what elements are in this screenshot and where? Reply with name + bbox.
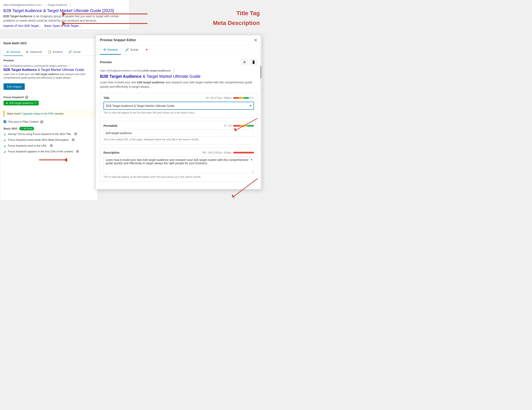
advanced-icon: 🖥 bbox=[26, 50, 29, 53]
meta-description-label: Meta Description bbox=[213, 20, 260, 26]
seo-check-3: ✔ Focus Keyword used in the URL. ? bbox=[4, 144, 94, 148]
serp-sitelinks: Aspects of Your B2B Target... Basic Type… bbox=[3, 24, 125, 28]
seo-check-help-2[interactable]: ? bbox=[72, 138, 75, 141]
tab-schema[interactable]: 📋 Schema bbox=[45, 48, 66, 56]
title-field-hint: This is what will appear in the first li… bbox=[104, 111, 254, 115]
modal-tabs: ⚙ General 🔗 Social ♥ bbox=[96, 45, 262, 55]
fk-tag-remove[interactable]: ✕ bbox=[35, 101, 37, 104]
title-field-header: Title 50 / 60 (471px / 580px) bbox=[104, 96, 254, 100]
description-field-hint: This is what will appear as the descript… bbox=[104, 175, 254, 179]
title-input[interactable] bbox=[104, 102, 248, 109]
modal-tab-general[interactable]: ⚙ General bbox=[100, 45, 121, 55]
pb-gray-1 bbox=[249, 97, 254, 99]
pb-yellow-1 bbox=[241, 97, 244, 99]
device-icon-group: 🖥 📱 bbox=[241, 59, 257, 65]
preview-title-rest: & Target Market Ultimate Guide bbox=[38, 68, 84, 71]
modal-title-rest: & Target Market Ultimate Guide bbox=[143, 74, 201, 78]
description-dropdown-arrow[interactable]: ▾ bbox=[251, 158, 252, 161]
permalink-input[interactable] bbox=[104, 130, 254, 137]
seo-check-text-1: Hurray! You're using Focus Keyword in th… bbox=[8, 132, 72, 136]
rm-preview-desc: Learn how to build your own b2b target a… bbox=[4, 73, 94, 80]
upgrade-box: Want more? Upgrade today to the PRO vers… bbox=[4, 110, 94, 117]
check-icon-1: ✔ bbox=[4, 133, 6, 137]
description-counter-text: 190 / 160 (1181px / 920px) bbox=[202, 151, 231, 154]
heart-icon: ♥ bbox=[146, 48, 148, 52]
serp-description: B2B Target Audience is an imaginary grou… bbox=[3, 14, 125, 23]
tab-social-label: Social bbox=[73, 50, 80, 53]
description-progress-bar bbox=[233, 152, 254, 153]
seo-check-2: ✔ Focus Keyword used inside SEO Meta Des… bbox=[4, 138, 94, 142]
pillar-content-checkbox[interactable] bbox=[4, 120, 6, 123]
modal-tab-heart[interactable]: ♥ bbox=[142, 45, 151, 55]
description-textarea[interactable]: Learn how to build your own b2b target a… bbox=[104, 156, 254, 173]
upgrade-link[interactable]: Upgrade today to the PRO bbox=[22, 112, 54, 115]
serp-sitelink-2[interactable]: Basic Types of B2B Target... bbox=[45, 24, 81, 28]
modal-close-button[interactable]: ✕ bbox=[254, 38, 257, 42]
serp-url-dots[interactable]: ⋮ bbox=[69, 2, 72, 7]
title-input-wrapper: ▾ bbox=[104, 102, 254, 110]
pillar-content-row: This post is Pillar Content ? bbox=[0, 119, 97, 125]
permalink-counter-text: 57 / 75 bbox=[224, 124, 231, 127]
social-icon: 🔗 bbox=[68, 50, 72, 53]
pb-green-1 bbox=[244, 97, 249, 99]
tab-schema-label: Schema bbox=[53, 50, 63, 53]
pillar-content-label: This post is Pillar Content bbox=[8, 120, 38, 123]
modal-title: Preview Snippet Editor bbox=[100, 38, 136, 42]
tab-advanced[interactable]: 🖥 Advanced bbox=[23, 48, 45, 56]
basic-seo-header: Basic SEO ✓ All Good bbox=[4, 127, 94, 130]
description-field-header: Description 190 / 160 (1181px / 920px) bbox=[104, 151, 254, 154]
modal-serp-title: B2B Target Audience & Target Market Ulti… bbox=[100, 74, 257, 79]
basic-seo-label: Basic SEO bbox=[4, 127, 17, 130]
pillar-help[interactable]: ? bbox=[40, 120, 43, 124]
modal-body: Preview 🖥 📱 https://b2bdigitalmarketers.… bbox=[96, 55, 262, 189]
pb-orange-1 bbox=[238, 97, 241, 99]
seo-check-help-3[interactable]: ? bbox=[50, 144, 53, 147]
modal-scrollbar[interactable] bbox=[260, 35, 262, 189]
pb-red-1 bbox=[233, 97, 238, 99]
title-progress-bar bbox=[233, 97, 254, 99]
pb-all-red-3 bbox=[244, 152, 249, 153]
serp-title-link[interactable]: B2B Target Audience & Target Market Ulti… bbox=[3, 8, 125, 13]
seo-check-text-3: Focus Keyword used in the URL. bbox=[8, 144, 48, 147]
seo-check-help-1[interactable]: ? bbox=[74, 132, 77, 135]
modal-tab-social[interactable]: 🔗 Social bbox=[122, 45, 142, 55]
description-field-section: Description 190 / 160 (1181px / 920px) L… bbox=[100, 148, 257, 182]
mobile-device-button[interactable]: 📱 bbox=[250, 59, 257, 65]
rm-preview-url-bold: b2b-target-audience/ bbox=[44, 64, 67, 67]
serp-url: https://b2bdigitalmarketers.com › ... › … bbox=[3, 2, 125, 7]
fk-tag-text: b2b target audience bbox=[9, 101, 33, 105]
star-icon: ★ bbox=[6, 101, 8, 105]
modal-preview-header: Preview 🖥 📱 bbox=[100, 59, 257, 65]
serp-sitelink-1[interactable]: Aspects of Your B2B Target... bbox=[3, 24, 41, 28]
pb-all-red bbox=[233, 152, 238, 153]
rm-preview-url: https://b2bdigitalmarketers.com/blog/b2b… bbox=[4, 64, 94, 68]
modal-preview-label: Preview bbox=[100, 60, 112, 64]
tab-general-label: General bbox=[10, 50, 20, 53]
modal-serp-dots[interactable]: ⋮ bbox=[172, 68, 176, 73]
title-field-section: Title 50 / 60 (471px / 580px) ▾ This is … bbox=[100, 93, 257, 118]
title-field-label: Title bbox=[104, 96, 110, 100]
check-icon-2: ✔ bbox=[4, 138, 6, 142]
seo-check-help-4[interactable]: ? bbox=[76, 150, 79, 153]
tab-social[interactable]: 🔗 Social bbox=[66, 48, 83, 56]
serp-preview-background: https://b2bdigitalmarketers.com › ... › … bbox=[0, 0, 129, 29]
rm-preview-section: Preview https://b2bdigitalmarketers.com/… bbox=[0, 56, 97, 93]
seo-check-1: ✔ Hurray! You're using Focus Keyword in … bbox=[4, 132, 94, 137]
modal-serp-preview: https://b2bdigitalmarketers.com/blog/b2b… bbox=[100, 68, 257, 89]
permalink-field-header: Permalink 57 / 75 bbox=[104, 124, 254, 127]
permalink-input-wrapper bbox=[104, 129, 254, 137]
rank-math-tabs: ⚙ General 🖥 Advanced 📋 Schema 🔗 Social bbox=[0, 48, 97, 56]
pb-yellow-2 bbox=[244, 125, 247, 127]
description-textarea-wrapper: Learn how to build your own b2b target a… bbox=[104, 156, 254, 174]
all-good-badge: ✓ All Good bbox=[19, 127, 34, 130]
desktop-device-button[interactable]: 🖥 bbox=[241, 59, 248, 65]
svg-marker-9 bbox=[231, 195, 235, 199]
tab-general[interactable]: ⚙ General bbox=[4, 48, 23, 56]
modal-scrollbar-thumb bbox=[260, 66, 262, 78]
title-dropdown-arrow[interactable]: ▾ bbox=[248, 102, 254, 109]
edit-snippet-button[interactable]: Edit Snippet bbox=[4, 83, 25, 90]
rm-preview-url-dots[interactable]: ⋮ bbox=[68, 64, 71, 67]
pb-orange-2 bbox=[240, 125, 244, 127]
focus-keyword-help[interactable]: ? bbox=[25, 96, 28, 99]
general-icon: ⚙ bbox=[6, 50, 9, 53]
